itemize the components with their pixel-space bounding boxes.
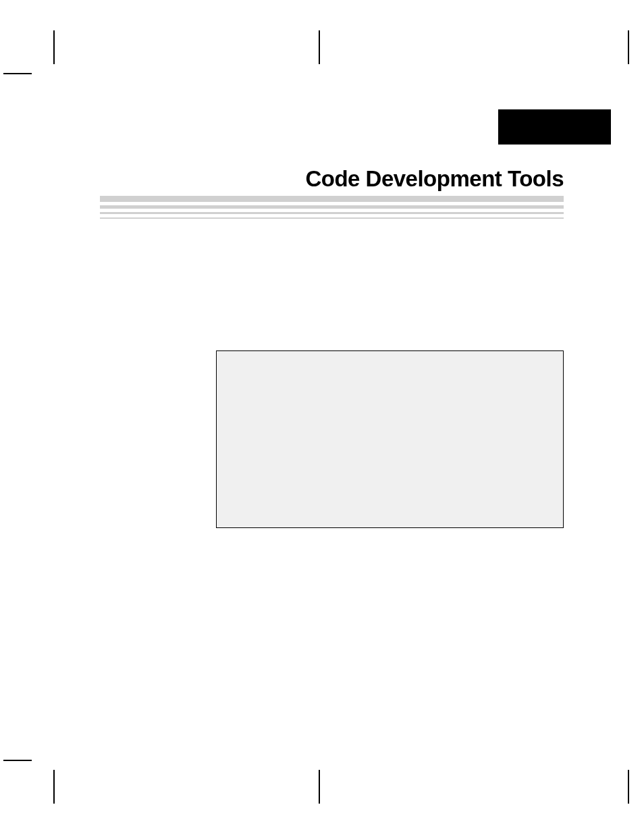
crop-mark — [53, 30, 55, 64]
decorative-rule — [100, 217, 564, 219]
decorative-rule — [100, 212, 564, 214]
topic-box — [216, 350, 564, 528]
chapter-tab — [498, 109, 611, 145]
crop-mark — [3, 760, 32, 761]
decorative-rule — [100, 196, 564, 202]
crop-mark — [3, 73, 32, 74]
crop-mark — [628, 30, 629, 64]
crop-mark — [53, 770, 55, 804]
chapter-title: Code Development Tools — [305, 166, 564, 192]
crop-mark — [319, 770, 320, 804]
crop-mark — [319, 30, 320, 64]
decorative-rule — [100, 205, 564, 209]
crop-mark — [628, 770, 629, 804]
